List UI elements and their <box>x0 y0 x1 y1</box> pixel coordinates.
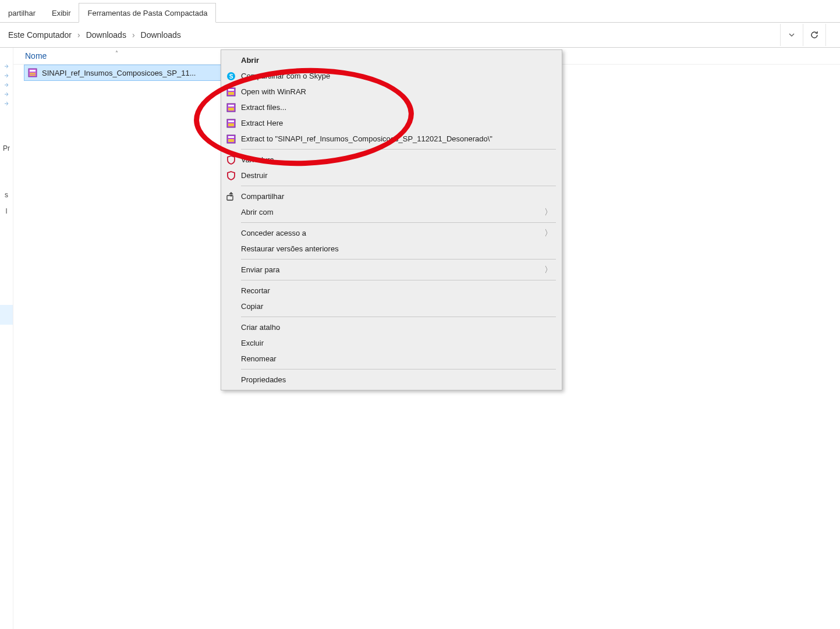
ctx-copiar-label: Copiar <box>241 302 263 311</box>
ctx-open-label: Abrir <box>241 56 259 65</box>
ctx-destruir-label: Destruir <box>241 171 268 180</box>
winrar-icon <box>226 87 236 97</box>
ctx-renomear[interactable]: Renomear <box>221 351 562 367</box>
breadcrumb-item-downloads-1[interactable]: Downloads <box>86 30 126 40</box>
ctx-separator <box>241 186 556 186</box>
chevron-right-icon: 〉 <box>544 228 552 239</box>
ctx-extract-files-label: Extract files... <box>241 103 286 112</box>
pin-icon <box>4 83 9 87</box>
ctx-varredura[interactable]: Varredura <box>221 152 562 168</box>
chevron-down-icon <box>788 31 795 38</box>
svg-rect-2 <box>30 73 36 74</box>
refresh-icon <box>810 30 819 40</box>
winrar-icon <box>226 102 236 113</box>
nav-label: s <box>5 191 8 199</box>
ctx-excluir[interactable]: Excluir <box>221 335 562 351</box>
chevron-right-icon: 〉 <box>544 265 552 275</box>
chevron-right-icon: › <box>77 30 80 40</box>
address-bar-extra <box>825 24 840 46</box>
svg-rect-8 <box>228 92 234 95</box>
ctx-extract-to-label: Extract to "SINAPI_ref_Insumos_Composico… <box>241 134 492 143</box>
pin-icon <box>4 101 9 106</box>
ctx-separator <box>241 369 556 369</box>
ctx-share-skype[interactable]: S Compartilhar com o Skype <box>221 68 562 84</box>
ctx-restaurar-versoes[interactable]: Restaurar versões anteriores <box>221 241 562 257</box>
ctx-abrir-com[interactable]: Abrir com 〉 <box>221 204 562 220</box>
ctx-propriedades-label: Propriedades <box>241 375 286 384</box>
ctx-share-skype-label: Compartilhar com o Skype <box>241 72 330 80</box>
ctx-open[interactable]: Abrir <box>221 52 562 68</box>
refresh-button[interactable] <box>803 24 825 46</box>
breadcrumb-item-este-computador[interactable]: Este Computador <box>8 30 72 40</box>
chevron-right-icon: › <box>132 30 135 40</box>
ctx-abrir-com-label: Abrir com <box>241 208 274 216</box>
breadcrumb-item-downloads-2[interactable]: Downloads <box>141 30 181 40</box>
breadcrumb[interactable]: Este Computador › Downloads › Downloads <box>5 30 780 40</box>
ribbon-tab-share[interactable]: partilhar <box>0 3 44 22</box>
ctx-criar-atalho[interactable]: Criar atalho <box>221 319 562 335</box>
svg-rect-18 <box>227 196 233 200</box>
ctx-renomear-label: Renomear <box>241 354 277 363</box>
svg-rect-11 <box>228 108 234 111</box>
ribbon-tab-compressed-tools[interactable]: Ferramentas de Pasta Compactada <box>79 3 216 23</box>
ctx-enviar-para-label: Enviar para <box>241 265 279 274</box>
svg-rect-13 <box>228 120 234 122</box>
ctx-extract-to[interactable]: Extract to "SINAPI_ref_Insumos_Composico… <box>221 131 562 147</box>
ctx-conceder-acesso[interactable]: Conceder acesso a 〉 <box>221 225 562 241</box>
svg-rect-17 <box>228 139 234 142</box>
ctx-copiar[interactable]: Copiar <box>221 298 562 314</box>
svg-rect-14 <box>228 123 234 126</box>
ctx-separator <box>241 280 556 280</box>
ctx-extract-files[interactable]: Extract files... <box>221 99 562 115</box>
column-header-name-label: Nome <box>25 51 47 61</box>
shield-icon <box>226 155 236 165</box>
column-header-name[interactable]: ˄ Nome <box>13 51 221 61</box>
ctx-separator <box>241 317 556 317</box>
ctx-separator <box>241 149 556 150</box>
ctx-compartilhar-label: Compartilhar <box>241 192 284 201</box>
address-dropdown-button[interactable] <box>780 24 803 46</box>
ctx-separator <box>241 222 556 223</box>
ctx-open-winrar-label: Open with WinRAR <box>241 87 306 96</box>
chevron-right-icon: 〉 <box>544 207 552 218</box>
share-icon <box>226 191 236 202</box>
file-list-area: ˄ Nome Data de modificação Tipo Tamanho … <box>13 48 840 629</box>
ribbon-tab-view[interactable]: Exibir <box>44 3 79 22</box>
nav-selection-highlight <box>0 305 13 325</box>
skype-icon: S <box>226 71 236 81</box>
pin-icon <box>4 64 9 69</box>
svg-rect-3 <box>30 74 36 76</box>
ctx-extract-here[interactable]: Extract Here <box>221 115 562 131</box>
address-bar: Este Computador › Downloads › Downloads <box>0 23 840 48</box>
ribbon-tabs: partilhar Exibir Ferramentas de Pasta Co… <box>0 0 840 23</box>
context-menu: Abrir S Compartilhar com o Skype Open wi… <box>221 49 562 390</box>
winrar-icon <box>226 134 236 144</box>
ctx-compartilhar[interactable]: Compartilhar <box>221 189 562 204</box>
ctx-destruir[interactable]: Destruir <box>221 168 562 183</box>
ctx-propriedades[interactable]: Propriedades <box>221 372 562 388</box>
svg-rect-7 <box>228 89 234 91</box>
shield-icon <box>226 170 236 181</box>
ctx-excluir-label: Excluir <box>241 339 264 347</box>
pin-icon <box>4 73 9 78</box>
svg-rect-1 <box>30 70 36 72</box>
explorer-body: Pr s l ˄ Nome Data de modificação Tipo T… <box>0 48 840 629</box>
ctx-conceder-acesso-label: Conceder acesso a <box>241 229 306 237</box>
archive-file-icon <box>28 68 37 77</box>
ctx-recortar-label: Recortar <box>241 286 270 295</box>
navigation-pane: Pr s l <box>0 48 13 629</box>
ctx-separator <box>241 259 556 260</box>
sort-ascending-icon: ˄ <box>115 50 118 56</box>
svg-rect-16 <box>228 136 234 138</box>
nav-label: l <box>6 207 8 215</box>
ctx-restaurar-versoes-label: Restaurar versões anteriores <box>241 244 339 253</box>
svg-rect-10 <box>228 105 234 106</box>
svg-text:S: S <box>229 73 233 80</box>
ctx-open-winrar[interactable]: Open with WinRAR <box>221 84 562 99</box>
pin-icon <box>4 92 9 97</box>
ctx-recortar[interactable]: Recortar <box>221 283 562 298</box>
file-name-label: SINAPI_ref_Insumos_Composicoes_SP_11... <box>42 69 217 77</box>
ctx-enviar-para[interactable]: Enviar para 〉 <box>221 262 562 278</box>
ctx-criar-atalho-label: Criar atalho <box>241 323 280 332</box>
winrar-icon <box>226 118 236 129</box>
